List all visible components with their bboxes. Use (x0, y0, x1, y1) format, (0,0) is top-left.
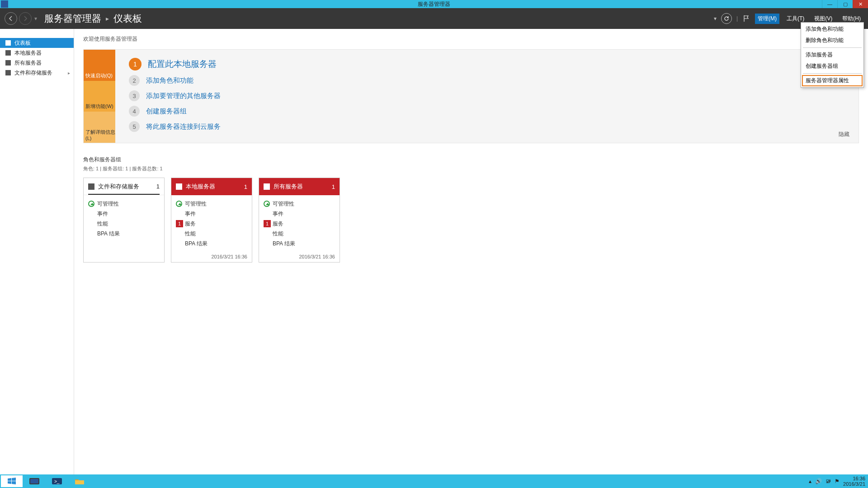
arrow-left-icon (8, 15, 14, 22)
step-number: 3 (129, 90, 140, 101)
refresh-button[interactable] (721, 13, 732, 24)
card-row-services[interactable]: 1服务 (176, 219, 247, 229)
arrow-right-icon (22, 15, 28, 22)
card-row-performance[interactable]: 性能 (264, 229, 335, 239)
svg-text:>_: >_ (54, 479, 60, 484)
card-row-services[interactable]: 1服务 (264, 219, 335, 229)
card-row-bpa[interactable]: BPA 结果 (88, 229, 160, 239)
welcome-panel: 快速启动(Q) 新增功能(W) 了解详细信息(L) 1 配置此本地服务器 2 添… (83, 49, 859, 143)
main-content: 欢迎使用服务器管理器 快速启动(Q) 新增功能(W) 了解详细信息(L) 1 配… (74, 29, 868, 474)
volume-icon[interactable]: 🔊 (815, 478, 822, 484)
nav-dropdown-icon[interactable]: ▾ (34, 15, 37, 22)
refresh-icon (723, 15, 730, 22)
card-header: 所有服务器 1 (259, 178, 340, 195)
notifications-flag-icon[interactable] (742, 14, 750, 23)
dropdown-add-roles[interactable]: 添加角色和功能 (802, 23, 863, 35)
clock[interactable]: 16:36 2016/3/21 (843, 476, 865, 487)
step-label: 创建服务器组 (146, 107, 187, 116)
servers-icon (5, 60, 11, 66)
card-row-bpa[interactable]: BPA 结果 (264, 239, 335, 249)
dashboard-icon (5, 40, 11, 46)
taskbar-powershell[interactable]: >_ (46, 475, 68, 487)
maximize-button[interactable]: ▢ (837, 0, 853, 8)
tile-quickstart[interactable]: 快速启动(Q) (84, 50, 115, 81)
server-icon (5, 50, 11, 56)
step-add-servers[interactable]: 3 添加要管理的其他服务器 (129, 90, 845, 101)
powershell-icon: >_ (51, 477, 63, 486)
card-file-storage[interactable]: 文件和存储服务 1 可管理性 事件 性能 BPA 结果 (83, 178, 165, 263)
step-create-group[interactable]: 4 创建服务器组 (129, 106, 845, 117)
sidebar-item-label: 本地服务器 (14, 49, 42, 57)
clock-date: 2016/3/21 (843, 481, 865, 487)
card-row-manageability[interactable]: 可管理性 (88, 199, 160, 209)
window-title: 服务器管理器 (418, 0, 450, 8)
card-row-events[interactable]: 事件 (176, 209, 247, 219)
card-count: 1 (332, 183, 335, 190)
dropdown-separator (803, 47, 862, 48)
breadcrumb-page[interactable]: 仪表板 (113, 12, 142, 25)
menu-manage[interactable]: 管理(M) (755, 14, 779, 24)
step-configure-local[interactable]: 1 配置此本地服务器 (129, 58, 845, 70)
step-number: 1 (129, 58, 142, 70)
svg-rect-2 (30, 479, 38, 483)
step-add-roles[interactable]: 2 添加角色和功能 (129, 75, 845, 86)
action-center-icon[interactable]: ⚑ (835, 478, 840, 484)
sidebar-item-label: 仪表板 (14, 39, 31, 47)
breadcrumb-separator-icon: ▸ (106, 15, 109, 22)
chevron-right-icon: ▸ (68, 70, 70, 75)
nav-back-button[interactable] (5, 12, 17, 25)
minimize-button[interactable]: — (822, 0, 837, 8)
step-number: 4 (129, 106, 140, 117)
card-row-events[interactable]: 事件 (88, 209, 160, 219)
hide-link[interactable]: 隐藏 (839, 131, 849, 138)
sidebar: 仪表板 本地服务器 所有服务器 文件和存储服务 ▸ (0, 29, 74, 474)
breadcrumb: 服务器管理器 ▸ 仪表板 (44, 12, 142, 25)
dropdown-remove-roles[interactable]: 删除角色和功能 (802, 35, 863, 46)
card-row-manageability[interactable]: 可管理性 (176, 199, 247, 209)
ok-icon (88, 201, 94, 207)
sidebar-item-dashboard[interactable]: 仪表板 (0, 38, 74, 48)
servers-icon (264, 183, 270, 190)
separator: | (736, 15, 738, 22)
dropdown-add-server[interactable]: 添加服务器 (802, 49, 863, 61)
roles-section-title: 角色和服务器组 (83, 156, 859, 164)
card-timestamp: 2016/3/21 16:36 (259, 251, 340, 262)
card-row-performance[interactable]: 性能 (88, 219, 160, 229)
card-row-manageability[interactable]: 可管理性 (264, 199, 335, 209)
network-icon[interactable]: 🖳 (826, 478, 831, 484)
card-row-events[interactable]: 事件 (264, 209, 335, 219)
window-titlebar: 服务器管理器 — ▢ ✕ (0, 0, 868, 8)
sidebar-item-file-storage[interactable]: 文件和存储服务 ▸ (0, 68, 74, 78)
card-all-servers[interactable]: 所有服务器 1 可管理性 事件 1服务 性能 BPA 结果 2016/3/21 … (259, 178, 340, 263)
breadcrumb-root[interactable]: 服务器管理器 (44, 12, 101, 25)
card-row-performance[interactable]: 性能 (176, 229, 247, 239)
windows-icon (7, 477, 17, 485)
tile-whatsnew[interactable]: 新增功能(W) (84, 81, 115, 112)
start-button[interactable] (1, 475, 23, 487)
tile-learnmore[interactable]: 了解详细信息(L) (84, 112, 115, 143)
card-row-bpa[interactable]: BPA 结果 (176, 239, 247, 249)
cards-container: 文件和存储服务 1 可管理性 事件 性能 BPA 结果 本地服务器 1 (83, 178, 859, 263)
dropdown-separator (803, 73, 862, 74)
card-timestamp (84, 257, 164, 262)
close-button[interactable]: ✕ (853, 0, 868, 8)
step-label: 添加角色和功能 (146, 76, 193, 85)
card-header: 文件和存储服务 1 (84, 178, 164, 195)
sidebar-item-all-servers[interactable]: 所有服务器 (0, 58, 74, 68)
step-connect-cloud[interactable]: 5 将此服务器连接到云服务 (129, 121, 845, 132)
storage-icon (88, 183, 94, 190)
card-local-server[interactable]: 本地服务器 1 可管理性 事件 1服务 性能 BPA 结果 2016/3/21 … (171, 178, 252, 263)
nav-forward-button[interactable] (19, 12, 32, 25)
dropdown-properties[interactable]: 服务器管理器属性 (802, 75, 863, 86)
header-dropdown-caret[interactable]: ▾ (714, 15, 717, 22)
step-number: 2 (129, 75, 140, 86)
sidebar-item-label: 所有服务器 (14, 59, 42, 67)
taskbar-explorer[interactable] (69, 475, 90, 487)
tray-expand-icon[interactable]: ▴ (809, 478, 811, 484)
card-title: 所有服务器 (274, 183, 303, 191)
taskbar-server-manager[interactable] (24, 475, 45, 487)
dropdown-create-group[interactable]: 创建服务器组 (802, 61, 863, 72)
sidebar-item-local-server[interactable]: 本地服务器 (0, 48, 74, 58)
alert-badge: 1 (264, 220, 271, 227)
manage-dropdown: 添加角色和功能 删除角色和功能 添加服务器 创建服务器组 服务器管理器属性 (801, 22, 864, 88)
